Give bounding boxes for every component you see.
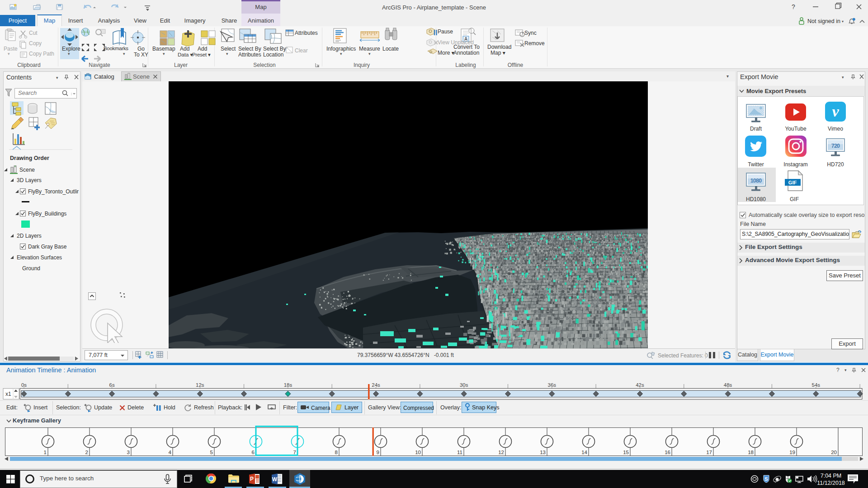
svg-text:54s: 54s [812,382,821,388]
svg-text:720: 720 [831,143,840,149]
svg-text:11: 11 [457,450,462,455]
svg-text:x1: x1 [5,391,11,397]
svg-text:36s: 36s [548,382,557,388]
svg-text:6: 6 [252,450,255,455]
svg-text:4: 4 [169,450,172,455]
svg-text:42s: 42s [636,382,644,388]
svg-text:17: 17 [706,450,712,455]
svg-text:20: 20 [831,450,837,455]
svg-text:S: S [764,476,768,482]
svg-text:10: 10 [415,450,421,455]
svg-text:6s: 6s [109,382,115,388]
svg-text:12: 12 [498,450,504,455]
svg-text:24s: 24s [372,382,380,388]
svg-text:7: 7 [293,450,296,455]
svg-text:15: 15 [623,450,629,455]
svg-text:0s: 0s [21,382,27,388]
svg-text:W: W [272,476,278,483]
svg-text:8: 8 [335,450,338,455]
svg-text:v: v [832,103,839,120]
svg-text:1080: 1080 [750,178,762,184]
svg-text:2: 2 [85,450,88,455]
svg-text:9: 9 [377,450,379,455]
svg-text:3: 3 [127,450,130,455]
svg-text:18s: 18s [284,382,292,388]
svg-text:48s: 48s [724,382,732,388]
svg-text:30s: 30s [460,382,468,388]
svg-text:14: 14 [581,450,587,455]
svg-text:18: 18 [748,450,754,455]
svg-text:19: 19 [789,450,795,455]
svg-text:12s: 12s [196,382,204,388]
svg-text:5: 5 [210,450,213,455]
svg-text:GIF: GIF [788,180,797,185]
svg-text:16: 16 [665,450,670,455]
svg-text:13: 13 [540,450,546,455]
svg-text:P: P [250,476,254,482]
svg-text:1: 1 [44,450,47,455]
